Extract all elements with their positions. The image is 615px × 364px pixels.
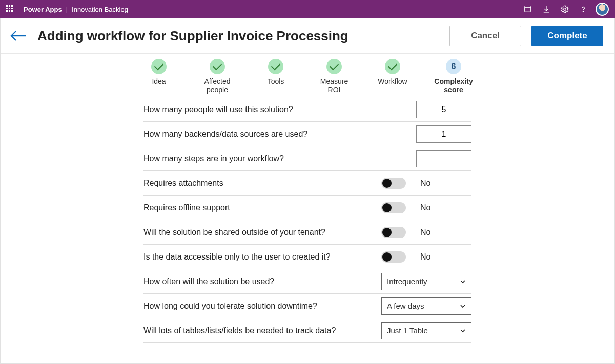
step-complexity-score[interactable]: 6 Complexity score: [436, 59, 471, 94]
fit-to-screen-icon[interactable]: [519, 0, 537, 18]
backends-count-input[interactable]: [416, 125, 471, 143]
row-usage-frequency: How often will the solution be used? Inf…: [144, 269, 471, 294]
download-icon[interactable]: [537, 0, 556, 18]
page-title: Adding workflow for Supplier Invoice Pro…: [37, 28, 439, 44]
row-requires-attachments: Requires attachments No: [144, 171, 471, 196]
check-icon: [210, 59, 225, 74]
check-icon: [385, 59, 400, 74]
data-restricted-toggle[interactable]: [381, 251, 406, 263]
progress-stepper: Idea Affected people Tools Measure ROI W…: [1, 53, 614, 97]
toggle-value-label: No: [420, 228, 430, 237]
offline-toggle[interactable]: [381, 202, 406, 213]
shared-outside-toggle[interactable]: [381, 227, 406, 238]
toggle-value-label: No: [420, 179, 430, 188]
row-steps-count: How many steps are in your workflow?: [144, 146, 471, 171]
step-label: Tools: [268, 77, 284, 85]
app-launcher-icon[interactable]: [6, 5, 14, 13]
question-label: Requires attachments: [144, 179, 381, 188]
settings-icon[interactable]: [556, 0, 574, 18]
page-header: Adding workflow for Supplier Invoice Pro…: [1, 18, 614, 53]
check-icon: [326, 59, 342, 74]
svg-point-6: [583, 11, 583, 12]
row-backends-count: How many backends/data sources are used?: [144, 122, 471, 146]
step-workflow[interactable]: Workflow: [377, 59, 408, 94]
step-label: Complexity score: [434, 77, 473, 94]
users-count-input[interactable]: [416, 101, 471, 118]
question-label: How many peoople will use this solution?: [144, 105, 416, 114]
app-bar: Power Apps | Innovation Backlog: [0, 0, 615, 18]
select-value: Just 1 Table: [387, 326, 428, 335]
row-downtime-tolerance: How long could you tolerate solution dow…: [144, 294, 471, 318]
question-label: Will the solution be shared outside of y…: [144, 228, 381, 237]
row-data-restricted: Is the data accessible only to the user …: [144, 245, 471, 269]
step-label: Idea: [152, 77, 166, 85]
tables-needed-select[interactable]: Just 1 Table: [381, 322, 471, 339]
chevron-down-icon: [459, 327, 467, 335]
row-requires-offline: Requires offline support No: [144, 196, 471, 220]
usage-frequency-select[interactable]: Infrequently: [381, 273, 471, 290]
app-title: Innovation Backlog: [72, 6, 128, 13]
question-label: Is the data accessible only to the user …: [144, 252, 381, 262]
check-icon: [151, 59, 167, 74]
select-value: A few days: [387, 302, 424, 310]
complexity-form: How many peoople will use this solution?…: [144, 97, 471, 343]
chevron-down-icon: [459, 302, 467, 310]
svg-rect-0: [525, 7, 531, 11]
row-shared-outside-tenant: Will the solution be shared outside of y…: [144, 220, 471, 245]
question-label: How many steps are in your workflow?: [144, 154, 416, 163]
user-avatar[interactable]: [596, 3, 609, 16]
chevron-down-icon: [459, 277, 467, 286]
step-tools[interactable]: Tools: [260, 59, 291, 94]
attachments-toggle[interactable]: [381, 178, 406, 189]
toggle-value-label: No: [420, 252, 430, 262]
brand-label: Power Apps: [24, 6, 62, 13]
step-affected-people[interactable]: Affected people: [202, 59, 233, 94]
svg-point-5: [564, 8, 566, 11]
cancel-button[interactable]: Cancel: [449, 26, 521, 46]
back-button[interactable]: [10, 30, 27, 42]
step-label: Measure ROI: [320, 77, 348, 94]
step-measure-roi[interactable]: Measure ROI: [319, 59, 350, 94]
complete-button[interactable]: Complete: [531, 26, 603, 46]
row-users-count: How many peoople will use this solution?: [144, 97, 471, 122]
step-label: Affected people: [204, 77, 230, 94]
page-body: Adding workflow for Supplier Invoice Pro…: [0, 18, 615, 364]
steps-count-input[interactable]: [416, 150, 471, 167]
downtime-tolerance-select[interactable]: A few days: [381, 297, 471, 315]
select-value: Infrequently: [387, 277, 427, 286]
brand-divider: |: [66, 6, 68, 13]
help-icon[interactable]: [574, 0, 592, 18]
question-label: How often will the solution be used?: [144, 277, 381, 286]
question-label: Requires offline support: [144, 203, 381, 212]
question-label: Will lots of tables/lists/fields be need…: [144, 326, 381, 335]
row-tables-needed: Will lots of tables/lists/fields be need…: [144, 318, 471, 343]
check-icon: [268, 59, 283, 74]
step-label: Workflow: [378, 77, 407, 85]
question-label: How many backends/data sources are used?: [144, 130, 416, 139]
toggle-value-label: No: [420, 203, 430, 212]
step-idea[interactable]: Idea: [144, 59, 174, 94]
step-number-badge: 6: [446, 59, 461, 74]
question-label: How long could you tolerate solution dow…: [144, 302, 381, 311]
